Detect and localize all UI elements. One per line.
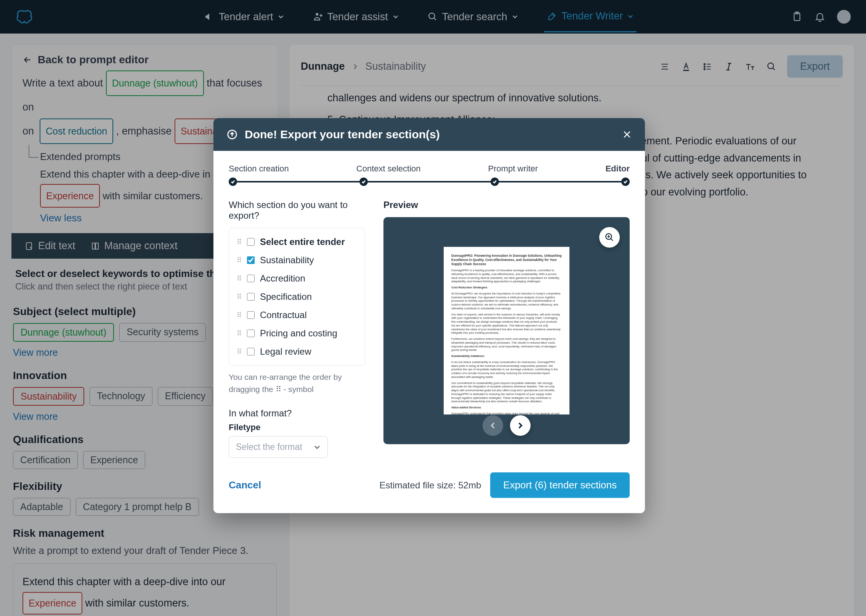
filetype-label: Filetype <box>229 422 365 432</box>
preview-label: Preview <box>383 200 630 210</box>
section-checkbox[interactable] <box>247 256 255 264</box>
section-checkbox[interactable] <box>247 293 255 301</box>
step-3: Prompt writer <box>488 164 538 174</box>
section-label: Specification <box>260 291 312 302</box>
modal-header: Done! Export your tender section(s) <box>213 118 645 151</box>
cancel-button[interactable]: Cancel <box>229 479 261 491</box>
section-row[interactable]: ⠿Select entire tender <box>229 233 365 251</box>
section-label: Select entire tender <box>260 237 345 247</box>
step-1: Section creation <box>229 164 289 174</box>
modal-title: Done! Export your tender section(s) <box>245 128 440 141</box>
section-label: Pricing and costing <box>260 328 337 339</box>
drag-handle[interactable]: ⠿ <box>237 238 242 246</box>
drag-handle[interactable]: ⠿ <box>237 274 242 283</box>
chevron-down-icon <box>314 444 321 451</box>
section-row[interactable]: ⠿Accredition <box>229 269 365 288</box>
section-row[interactable]: ⠿Specification <box>229 288 365 306</box>
question-export-which: Which section do you want to export? <box>229 200 365 221</box>
section-label: Accredition <box>260 273 305 284</box>
section-row[interactable]: ⠿Contractual <box>229 306 365 324</box>
section-row[interactable]: ⠿Pricing and costing <box>229 324 365 342</box>
zoom-button[interactable] <box>599 227 620 248</box>
section-checkbox[interactable] <box>247 330 255 337</box>
preview-prev[interactable] <box>483 415 503 436</box>
drag-handle[interactable]: ⠿ <box>237 347 242 356</box>
progress-bar <box>229 178 630 186</box>
export-modal: Done! Export your tender section(s) Sect… <box>213 118 645 513</box>
upload-icon <box>226 129 238 140</box>
step-4: Editor <box>605 164 630 174</box>
drag-handle[interactable]: ⠿ <box>237 293 242 301</box>
preview-next[interactable] <box>510 415 531 436</box>
section-label: Legal review <box>260 346 311 357</box>
drag-handle[interactable]: ⠿ <box>237 256 242 264</box>
section-checkbox[interactable] <box>247 275 255 282</box>
section-checkbox[interactable] <box>247 238 255 246</box>
section-list: ⠿Select entire tender⠿Sustainability⠿Acc… <box>229 228 365 366</box>
question-format: In what format? <box>229 408 365 419</box>
section-checkbox[interactable] <box>247 311 255 319</box>
drag-handle[interactable]: ⠿ <box>237 311 242 319</box>
export-sections-button[interactable]: Export (6) tender sections <box>490 472 630 498</box>
preview-box: DunnagePRO: Pioneering Innovation in Dun… <box>383 217 630 444</box>
file-size-text: Estimated file size: 52mb <box>380 480 481 491</box>
step-2: Context selection <box>356 164 421 174</box>
drag-hint: You can re-arrange the order by dragging… <box>229 371 365 395</box>
filetype-select[interactable]: Select the format <box>229 436 328 458</box>
section-checkbox[interactable] <box>247 348 255 355</box>
close-icon[interactable] <box>622 130 632 139</box>
section-row[interactable]: ⠿Legal review <box>229 342 365 361</box>
preview-page: DunnagePRO: Pioneering Innovation in Dun… <box>444 247 569 414</box>
drag-handle[interactable]: ⠿ <box>237 329 242 338</box>
modal-footer: Cancel Estimated file size: 52mb Export … <box>213 458 645 513</box>
section-row[interactable]: ⠿Sustainability <box>229 251 365 269</box>
section-label: Contractual <box>260 310 307 320</box>
section-label: Sustainability <box>260 255 314 266</box>
